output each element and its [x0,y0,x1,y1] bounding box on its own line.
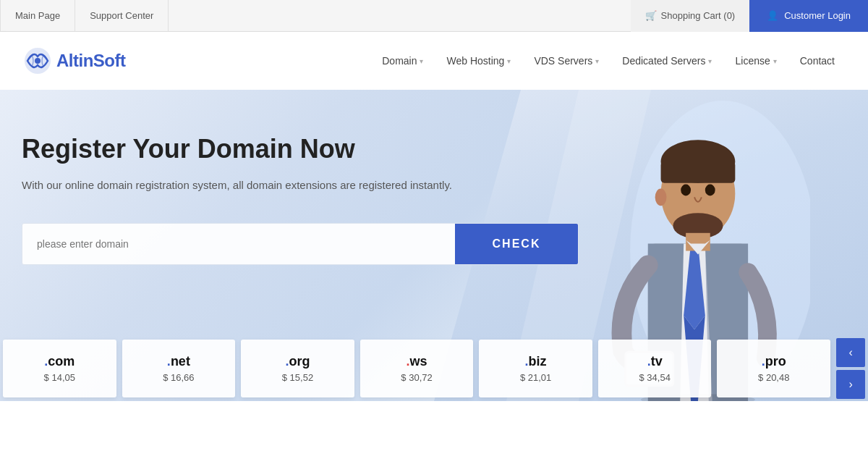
ext-net[interactable]: .net $ 16,66 [122,340,236,397]
ext-com-price: $ 14,05 [44,372,75,383]
chevron-down-icon: ▾ [708,57,712,65]
ext-com[interactable]: .com $ 14,05 [3,340,116,397]
svg-point-15 [655,189,667,206]
main-page-link[interactable]: Main Page [0,0,75,32]
cart-icon: 🛒 [645,10,657,21]
hero-section: Register Your Domain Now With our online… [0,90,868,401]
user-icon: 👤 [767,10,778,21]
nav-web-hosting[interactable]: Web Hosting ▾ [435,32,522,90]
ext-pro-price: $ 20,48 [758,372,789,383]
ext-org-price: $ 15,52 [282,372,313,383]
nav-contact[interactable]: Contact [788,32,846,90]
ext-tv-price: $ 34,54 [639,372,670,383]
customer-login-button[interactable]: 👤 Customer Login [749,0,868,32]
chevron-down-icon: ▾ [420,57,423,65]
hero-subtitle: With our online domain registration syst… [22,177,477,194]
shopping-cart-button[interactable]: 🛒 Shopping Cart (0) [631,0,750,32]
nav-vds-servers[interactable]: VDS Servers ▾ [522,32,610,90]
extensions-bar: .com $ 14,05 .net $ 16,66 .org $ 15,52 .… [0,336,868,401]
navbar: AltinSoft Domain ▾ Web Hosting ▾ VDS Ser… [0,32,868,90]
svg-point-1 [35,58,41,64]
svg-rect-11 [661,161,736,183]
top-bar-left: Main Page Support Center [0,0,631,32]
ext-biz-price: $ 21,01 [520,372,551,383]
prev-arrow[interactable]: ‹ [836,338,865,367]
logo-text: AltinSoft [56,51,125,71]
nav-domain[interactable]: Domain ▾ [370,32,435,90]
ext-tv[interactable]: .tv $ 34,54 [598,340,712,397]
chevron-down-icon: ▾ [507,57,511,65]
support-center-link[interactable]: Support Center [75,0,169,32]
ext-pro-name: .pro [762,354,786,369]
hero-title: Register Your Domain Now [22,133,477,164]
nav-license[interactable]: License ▾ [723,32,788,90]
svg-point-14 [705,185,715,196]
top-bar: Main Page Support Center 🛒 Shopping Cart… [0,0,868,32]
logo-text-light: Altin [56,51,93,70]
ext-tv-name: .tv [647,354,663,369]
ext-pro[interactable]: .pro $ 20,48 [717,340,830,397]
check-button[interactable]: CHECK [455,224,578,264]
logo-text-dark: Soft [93,51,126,70]
domain-search-input[interactable] [22,224,455,264]
nav-dedicated-servers[interactable]: Dedicated Servers ▾ [610,32,723,90]
ext-org[interactable]: .org $ 15,52 [241,340,354,397]
ext-net-name: .net [167,354,190,369]
chevron-down-icon: ▾ [595,57,599,65]
logo[interactable]: AltinSoft [22,45,125,77]
ext-ws-name: .ws [407,354,427,369]
nav-links: Domain ▾ Web Hosting ▾ VDS Servers ▾ Ded… [169,32,846,90]
svg-point-13 [681,185,691,196]
cart-label: Shopping Cart (0) [661,10,736,21]
top-bar-right: 🛒 Shopping Cart (0) 👤 Customer Login [631,0,868,32]
ext-net-price: $ 16,66 [163,372,194,383]
hero-content: Register Your Domain Now With our online… [22,133,477,265]
logo-icon [22,45,54,77]
ext-biz[interactable]: .biz $ 21,01 [479,340,592,397]
ext-ws-price: $ 30,72 [401,372,432,383]
ext-ws[interactable]: .ws $ 30,72 [360,340,474,397]
domain-search-bar: CHECK [22,223,579,265]
chevron-down-icon: ▾ [773,57,777,65]
ext-org-name: .org [285,354,310,369]
login-label: Customer Login [784,10,851,21]
ext-biz-name: .biz [525,354,547,369]
carousel-arrows: ‹ › [836,338,865,399]
next-arrow[interactable]: › [836,370,865,399]
ext-com-name: .com [44,354,75,369]
